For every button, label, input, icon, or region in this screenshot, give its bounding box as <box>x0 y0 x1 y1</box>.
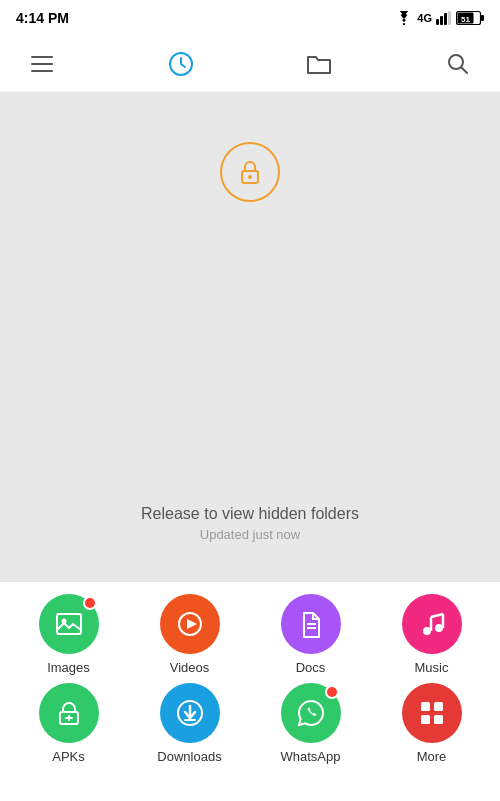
svg-line-11 <box>461 67 467 73</box>
status-icons: 4G 51 <box>395 11 484 25</box>
music-icon-bg <box>402 594 462 654</box>
apks-icon-bg <box>39 683 99 743</box>
images-badge <box>83 596 97 610</box>
images-label: Images <box>47 660 90 675</box>
svg-rect-2 <box>440 16 443 25</box>
docs-label: Docs <box>296 660 326 675</box>
svg-line-24 <box>431 614 443 617</box>
release-title: Release to view hidden folders <box>141 505 359 523</box>
menu-button[interactable] <box>24 46 60 82</box>
svg-rect-1 <box>436 19 439 25</box>
release-text-container: Release to view hidden folders Updated j… <box>141 505 359 542</box>
lock-icon <box>236 158 264 186</box>
nav-item-docs[interactable]: Docs <box>271 594 351 675</box>
main-content: Release to view hidden folders Updated j… <box>0 92 500 582</box>
svg-rect-34 <box>434 715 443 724</box>
svg-point-0 <box>403 23 405 25</box>
history-button[interactable] <box>163 46 199 82</box>
svg-rect-4 <box>448 11 451 25</box>
docs-icon <box>296 609 326 639</box>
svg-rect-6 <box>481 15 484 21</box>
svg-marker-17 <box>187 619 197 629</box>
nav-item-downloads[interactable]: Downloads <box>150 683 230 764</box>
nav-item-images[interactable]: Images <box>29 594 109 675</box>
svg-rect-31 <box>421 702 430 711</box>
status-bar: 4:14 PM 4G 51 <box>0 0 500 36</box>
svg-rect-14 <box>57 614 81 634</box>
folder-button[interactable] <box>301 46 337 82</box>
music-icon <box>417 609 447 639</box>
whatsapp-icon-bg <box>281 683 341 743</box>
music-label: Music <box>415 660 449 675</box>
videos-icon <box>175 609 205 639</box>
whatsapp-label: WhatsApp <box>281 749 341 764</box>
wifi-icon <box>395 11 413 25</box>
nav-row-1: Images Videos Docs <box>8 594 492 675</box>
images-icon <box>54 609 84 639</box>
more-label: More <box>417 749 447 764</box>
downloads-label: Downloads <box>157 749 221 764</box>
history-icon <box>168 51 194 77</box>
whatsapp-badge <box>325 685 339 699</box>
release-subtitle: Updated just now <box>141 527 359 542</box>
hamburger-icon <box>31 56 53 72</box>
lock-circle <box>220 142 280 202</box>
nav-row-2: APKs Downloads WhatsApp <box>8 683 492 764</box>
more-icon <box>417 698 447 728</box>
downloads-icon <box>175 698 205 728</box>
svg-point-13 <box>248 175 252 179</box>
nav-item-apks[interactable]: APKs <box>29 683 109 764</box>
images-icon-bg <box>39 594 99 654</box>
signal-icon: 4G <box>417 12 432 24</box>
top-nav <box>0 36 500 92</box>
whatsapp-icon <box>296 698 326 728</box>
apks-label: APKs <box>52 749 85 764</box>
more-icon-bg <box>402 683 462 743</box>
videos-icon-bg <box>160 594 220 654</box>
svg-text:51: 51 <box>461 15 470 24</box>
search-button[interactable] <box>440 46 476 82</box>
status-time: 4:14 PM <box>16 10 69 26</box>
svg-rect-3 <box>444 13 447 25</box>
bottom-nav: Images Videos Docs <box>0 582 500 801</box>
svg-rect-32 <box>434 702 443 711</box>
svg-rect-33 <box>421 715 430 724</box>
nav-item-music[interactable]: Music <box>392 594 472 675</box>
battery-icon: 51 <box>456 11 484 25</box>
bars-icon <box>436 11 452 25</box>
docs-icon-bg <box>281 594 341 654</box>
apks-icon <box>54 698 84 728</box>
search-icon <box>446 52 470 76</box>
videos-label: Videos <box>170 660 210 675</box>
folder-icon <box>306 52 332 76</box>
downloads-icon-bg <box>160 683 220 743</box>
nav-item-more[interactable]: More <box>392 683 472 764</box>
nav-item-videos[interactable]: Videos <box>150 594 230 675</box>
nav-item-whatsapp[interactable]: WhatsApp <box>271 683 351 764</box>
